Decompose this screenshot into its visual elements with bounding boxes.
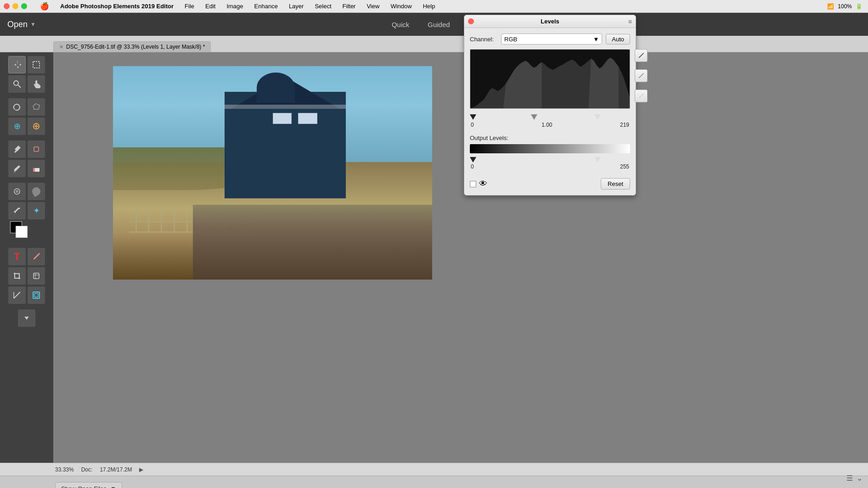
file-tab[interactable]: ✕ DSC_9756-Edit-1.tif @ 33.3% (Levels 1,… bbox=[53, 41, 211, 52]
svg-point-11 bbox=[16, 190, 18, 193]
text-tool[interactable]: T bbox=[8, 248, 26, 265]
levels-close-button[interactable] bbox=[468, 18, 474, 24]
main-area: ⊕ bbox=[0, 52, 868, 463]
zoom-level: 33.33% bbox=[55, 466, 74, 473]
menu-select[interactable]: Select bbox=[313, 2, 333, 11]
svg-rect-17 bbox=[33, 292, 39, 298]
list-view-icon[interactable]: ☰ bbox=[846, 474, 853, 482]
menu-file[interactable]: File bbox=[183, 2, 196, 11]
svg-line-2 bbox=[18, 85, 21, 88]
menu-help[interactable]: Help bbox=[421, 2, 437, 11]
white-input-slider[interactable] bbox=[594, 114, 601, 120]
marquee-tool[interactable] bbox=[28, 56, 45, 73]
channel-select[interactable]: RGB ▼ bbox=[501, 34, 602, 45]
menu-edit[interactable]: Edit bbox=[203, 2, 217, 11]
lasso-tool[interactable] bbox=[8, 98, 26, 116]
channel-dropdown-arrow: ▼ bbox=[593, 36, 599, 43]
output-gradient-bar bbox=[470, 144, 630, 153]
tab-close-icon[interactable]: ✕ bbox=[59, 44, 63, 50]
tab-guided[interactable]: Guided bbox=[428, 21, 450, 28]
menu-window[interactable]: Window bbox=[389, 2, 413, 11]
redeye-tool[interactable] bbox=[28, 140, 45, 158]
preview-checkbox-group bbox=[470, 181, 476, 187]
svg-rect-18 bbox=[34, 293, 38, 297]
reset-button[interactable]: Reset bbox=[601, 178, 630, 190]
white-output-slider[interactable] bbox=[594, 157, 601, 163]
toolbox: ⊕ bbox=[0, 52, 53, 463]
levels-titlebar: Levels ≡ bbox=[464, 15, 636, 28]
menu-enhance[interactable]: Enhance bbox=[253, 2, 280, 11]
levels-menu-icon[interactable]: ≡ bbox=[628, 18, 632, 25]
open-dropdown-arrow[interactable]: ▼ bbox=[30, 21, 36, 28]
bottom-panel: Show Open Files ▼ ☰ ⌄ bbox=[0, 476, 868, 488]
eraser-tool[interactable] bbox=[28, 160, 45, 177]
channel-value: RGB bbox=[504, 36, 517, 43]
show-open-files-button[interactable]: Show Open Files ▼ bbox=[55, 482, 122, 488]
menu-bar: 🍎 Adobe Photoshop Elements 2019 Editor F… bbox=[0, 0, 868, 13]
mid-input-slider[interactable] bbox=[531, 114, 537, 120]
polygon-lasso-tool[interactable] bbox=[28, 98, 45, 116]
background-color[interactable] bbox=[16, 226, 28, 238]
eyedropper-tool[interactable] bbox=[8, 202, 26, 219]
fullscreen-button[interactable] bbox=[21, 3, 27, 9]
bottom-right-controls: ☰ ⌄ bbox=[846, 474, 862, 482]
tab-quick[interactable]: Quick bbox=[392, 21, 409, 28]
status-expand-arrow[interactable]: ▶ bbox=[139, 466, 143, 473]
levels-body: Channel: RGB ▼ Auto bbox=[464, 28, 636, 195]
levels-title: Levels bbox=[541, 18, 559, 25]
blur-tool[interactable] bbox=[8, 183, 26, 200]
show-open-files-dropdown-icon[interactable]: ▼ bbox=[110, 485, 116, 488]
black-input-slider[interactable] bbox=[470, 114, 476, 120]
show-open-files-label: Show Open Files bbox=[61, 485, 107, 488]
hand-tool[interactable] bbox=[28, 75, 45, 93]
channel-row: Channel: RGB ▼ Auto bbox=[470, 34, 630, 45]
crop-tool[interactable] bbox=[8, 267, 26, 285]
recompose-tool[interactable] bbox=[28, 286, 45, 304]
cookie-cutter-tool[interactable] bbox=[28, 267, 45, 285]
tab-strip: ✕ DSC_9756-Edit-1.tif @ 33.3% (Levels 1,… bbox=[0, 36, 868, 52]
healing-tool[interactable] bbox=[28, 118, 45, 135]
open-button[interactable]: Open ▼ bbox=[7, 20, 36, 29]
svg-point-7 bbox=[14, 171, 16, 173]
white-eyedropper-button[interactable] bbox=[635, 90, 648, 102]
clone-stamp-tool[interactable] bbox=[8, 140, 26, 158]
preview-checkbox[interactable] bbox=[470, 181, 476, 187]
eye-visibility-icon[interactable]: 👁 bbox=[479, 179, 487, 189]
levels-panel: Levels ≡ Channel: RGB ▼ Auto bbox=[464, 15, 636, 196]
wifi-icon: 📶 bbox=[827, 3, 834, 10]
input-mid-value: 1.00 bbox=[541, 122, 552, 128]
gray-eyedropper-button[interactable] bbox=[635, 69, 648, 82]
black-output-slider[interactable] bbox=[470, 157, 476, 163]
output-black-value: 0 bbox=[471, 163, 474, 170]
canvas-image bbox=[113, 66, 432, 280]
auto-button[interactable]: Auto bbox=[606, 34, 630, 45]
channel-label: Channel: bbox=[470, 36, 497, 43]
canvas-area bbox=[53, 52, 868, 463]
close-button[interactable] bbox=[4, 3, 10, 9]
apple-logo-icon[interactable]: 🍎 bbox=[40, 2, 49, 11]
zoom-tool[interactable] bbox=[8, 75, 26, 93]
scroll-down-tool[interactable] bbox=[18, 309, 35, 327]
brush-tool[interactable] bbox=[8, 160, 26, 177]
svg-point-1 bbox=[14, 81, 18, 85]
expand-icon[interactable]: ⌄ bbox=[857, 474, 862, 482]
app-name-menu[interactable]: Adobe Photoshop Elements 2019 Editor bbox=[58, 2, 175, 11]
svg-line-15 bbox=[14, 292, 20, 298]
output-slider-area bbox=[470, 155, 601, 163]
svg-rect-6 bbox=[34, 147, 39, 151]
color-stars-tool[interactable]: ✦ bbox=[28, 202, 45, 219]
menubar-right: 📶 100% 🔋 bbox=[827, 3, 862, 10]
black-eyedropper-button[interactable] bbox=[635, 49, 648, 62]
minimize-button[interactable] bbox=[12, 3, 18, 9]
smudge-tool[interactable] bbox=[28, 183, 45, 200]
straighten-tool[interactable] bbox=[8, 286, 26, 304]
menu-layer[interactable]: Layer bbox=[287, 2, 306, 11]
move-tool[interactable] bbox=[8, 56, 26, 73]
quick-select-tool[interactable]: ⊕ bbox=[8, 118, 26, 135]
pencil-tool[interactable] bbox=[28, 248, 45, 265]
menu-image[interactable]: Image bbox=[225, 2, 245, 11]
menu-view[interactable]: View bbox=[365, 2, 381, 11]
menu-filter[interactable]: Filter bbox=[341, 2, 358, 11]
svg-rect-9 bbox=[35, 168, 39, 172]
battery-text: 100% bbox=[838, 3, 852, 10]
